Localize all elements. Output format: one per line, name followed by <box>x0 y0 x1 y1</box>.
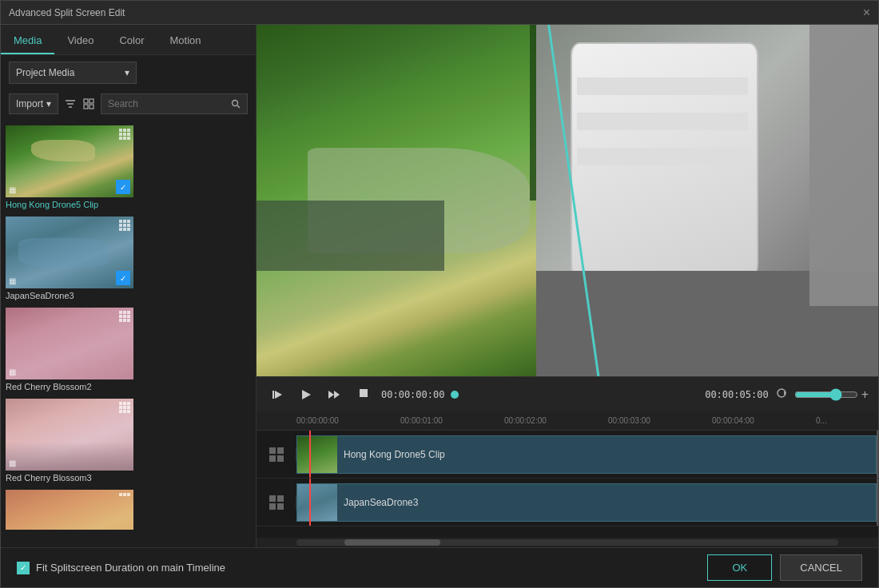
end-time-display: 00:00:05:00 <box>705 389 768 400</box>
search-icon <box>231 99 241 109</box>
ruler-mark: 00:00:01:00 <box>400 416 504 425</box>
list-item[interactable]: ▦ ✓ Hong Kong Drone5 Clip <box>6 125 251 212</box>
list-item[interactable]: ▦ ✓ JapanSeaDrone3 <box>6 217 251 303</box>
preview-area <box>257 25 878 376</box>
footer: ✓ Fit Splitscreen Duration on main Timel… <box>1 547 878 587</box>
timeline-scrollbar[interactable] <box>257 538 878 547</box>
timeline-track: JapanSeaDrone3 <box>257 479 878 526</box>
ruler-mark: 00:00:04:00 <box>712 416 816 425</box>
cancel-button[interactable]: CANCEL <box>780 554 862 581</box>
tabs-bar: Media Video Color Motion <box>1 25 256 55</box>
ruler-mark: 00:00:03:00 <box>608 416 712 425</box>
ruler-mark: 0... <box>816 416 864 425</box>
fit-duration-checkbox[interactable]: ✓ <box>17 562 30 574</box>
close-button[interactable]: × <box>863 6 870 19</box>
svg-rect-6 <box>89 105 93 109</box>
svg-rect-15 <box>360 389 368 397</box>
import-arrow: ▾ <box>46 98 51 109</box>
chevron-down-icon: ▾ <box>125 67 129 78</box>
media-item-label: JapanSeaDrone3 <box>6 288 251 303</box>
import-label: Import <box>16 98 43 109</box>
media-item-label: Red Cherry Blossom3 <box>6 471 251 485</box>
current-time-display: 00:00:00:00 <box>381 389 444 400</box>
svg-rect-4 <box>89 99 93 103</box>
timeline-tracks: Hong Kong Drone5 Clip <box>257 431 878 538</box>
scrollbar-thumb[interactable] <box>344 539 440 546</box>
playback-bar: 00:00:00:00 00:00:05:00 + <box>257 376 878 411</box>
media-item-check: ✓ <box>116 180 130 194</box>
media-item-label: Hong Kong Drone5 Clip <box>6 197 251 212</box>
list-item[interactable]: ▦ Red Cherry Blossom2 <box>6 308 251 394</box>
play-button[interactable] <box>295 383 317 406</box>
tab-motion[interactable]: Motion <box>157 28 214 54</box>
ok-button[interactable]: OK <box>707 554 772 581</box>
fit-duration-label: Fit Splitscreen Duration on main Timelin… <box>36 562 225 574</box>
svg-line-8 <box>237 105 240 109</box>
track-icon-cell <box>257 447 296 462</box>
track-icon-cell <box>257 495 296 510</box>
checkbox-row: ✓ Fit Splitscreen Duration on main Timel… <box>17 562 225 574</box>
svg-rect-10 <box>272 391 274 399</box>
zoom-controls: + <box>794 387 869 402</box>
go-to-start-button[interactable] <box>266 383 288 406</box>
right-panel: 00:00:00:00 00:00:05:00 + <box>257 25 878 547</box>
zoom-slider[interactable] <box>794 388 858 401</box>
footer-buttons: OK CANCEL <box>707 554 862 581</box>
timeline-track: Hong Kong Drone5 Clip <box>257 431 878 479</box>
track-content[interactable]: JapanSeaDrone3 <box>296 479 878 526</box>
filter-icon <box>65 98 76 109</box>
media-grid: ▦ ✓ Hong Kong Drone5 Clip <box>1 121 256 547</box>
import-button[interactable]: Import ▾ <box>9 93 58 114</box>
playhead-dot <box>451 391 459 399</box>
search-box <box>101 93 248 114</box>
grid-view-button[interactable] <box>82 94 96 113</box>
track-clip-label: Hong Kong Drone5 Clip <box>337 449 451 460</box>
stop-button[interactable] <box>352 383 375 406</box>
list-item[interactable]: ▦ Red Cherry Blossom3 <box>6 399 251 485</box>
svg-rect-3 <box>84 99 88 103</box>
window-title: Advanced Split Screen Edit <box>9 7 125 18</box>
zoom-in-button[interactable]: + <box>861 387 869 402</box>
left-panel: Media Video Color Motion Project Media ▾… <box>1 25 257 547</box>
fast-forward-button[interactable] <box>324 383 346 406</box>
svg-rect-5 <box>84 105 88 109</box>
track-content[interactable]: Hong Kong Drone5 Clip <box>296 431 878 478</box>
media-item-check: ✓ <box>116 271 130 285</box>
tab-color[interactable]: Color <box>106 28 157 54</box>
filter-button[interactable] <box>63 94 77 113</box>
svg-point-7 <box>232 101 237 106</box>
toolbar-row: Import ▾ <box>1 90 256 121</box>
tab-video[interactable]: Video <box>54 28 106 54</box>
ruler-mark: 00:00:00:00 <box>296 416 400 425</box>
tab-media[interactable]: Media <box>1 28 54 54</box>
list-item[interactable] <box>6 490 251 530</box>
svg-marker-14 <box>334 391 340 399</box>
svg-marker-12 <box>302 390 311 399</box>
media-item-label: Red Cherry Blossom2 <box>6 379 251 394</box>
empty-track-area <box>257 526 878 538</box>
scrollbar-track[interactable] <box>296 539 838 546</box>
media-source-dropdown[interactable]: Project Media ▾ <box>9 62 137 84</box>
ruler-mark: 00:00:02:00 <box>504 416 608 425</box>
grid-icon <box>83 98 94 109</box>
timeline-ruler: 00:00:00:00 00:00:01:00 00:00:02:00 00:0… <box>257 411 878 431</box>
svg-marker-11 <box>275 391 282 399</box>
svg-marker-13 <box>328 391 334 399</box>
media-source-label: Project Media <box>16 67 74 78</box>
track-clip-label: JapanSeaDrone3 <box>337 497 424 508</box>
loop-button[interactable] <box>775 387 788 401</box>
search-input[interactable] <box>108 98 228 109</box>
title-bar: Advanced Split Screen Edit × <box>1 1 878 25</box>
media-source-row: Project Media ▾ <box>1 55 256 90</box>
timeline-area: 00:00:00:00 00:00:01:00 00:00:02:00 00:0… <box>257 411 878 547</box>
